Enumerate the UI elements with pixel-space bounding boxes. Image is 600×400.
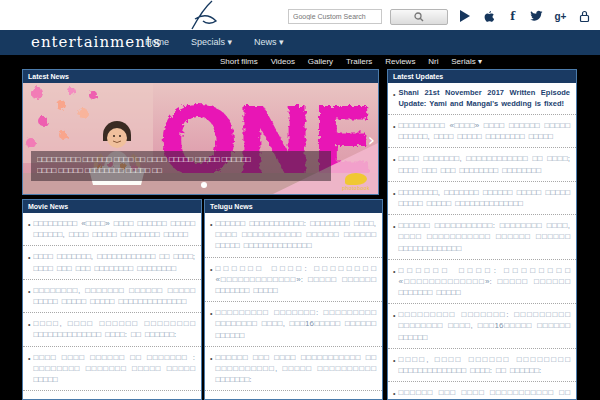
news-item[interactable]: □□□□ □□□□□□□, □□□□□□□□□□□□ □□ □□□□; □□□□… <box>23 246 201 279</box>
news-item[interactable]: □□□□ □□□□ □□□□□□ □□ □□□□□□□ : □□□□□□□□ □… <box>23 347 201 392</box>
news-item-text: □□ □□□□□□□□□□ □□□□□ □□□□ □□□□□□□, □□□□□□… <box>33 396 195 400</box>
news-item[interactable]: □□□□□□□□□ «□□□□» □□□□ □□□□□□ □□□□□ □□□□□… <box>23 213 201 246</box>
subnav-serials[interactable]: Serials ▾ <box>451 57 482 66</box>
news-item[interactable]: □□□□□□□□□ □□□□□□□: □□□□□□□□□ □□□□□□□□ □□… <box>205 302 382 347</box>
news-item-text: □□□□ □□□□□□□, □□□□□□□□□□□□ □□ □□□□; □□□□… <box>398 153 570 175</box>
news-item-text: □□□□, □□□□ □□□□□□ □□□□□□□□ □□□□□□□□□□□□□… <box>398 354 570 376</box>
search-button[interactable] <box>390 9 448 25</box>
news-item[interactable]: □□□□□□ □□□□: □□□□□□□□ «□□□□□□□□□□□□□»: □… <box>388 260 576 305</box>
news-item-text: Shani 21st November 2017 Written Episode… <box>398 88 570 109</box>
nav-news[interactable]: News ▾ <box>254 37 284 47</box>
news-item[interactable]: □□□□□□ □□□: □□□□□□□□ □□□□□□□□ □□□□□□□ □□… <box>205 391 382 400</box>
watermark-text: photobook <box>342 185 370 191</box>
search-input[interactable] <box>288 9 382 24</box>
carousel-next-icon[interactable]: › <box>368 131 375 149</box>
subnav-gallery[interactable]: Gallery <box>308 57 333 66</box>
latest-updates-list: Shani 21st November 2017 Written Episode… <box>388 83 576 400</box>
twitter-icon[interactable] <box>530 9 543 23</box>
news-item[interactable]: □□□□□□□□□ «□□□□» □□□□ □□□□□□ □□□□□ □□□□□… <box>388 115 576 148</box>
logo-swoosh-icon <box>186 0 222 30</box>
news-item-text: □□□□□□ □□□ □□□□ □□□□□□□□□□□ □□ □□□□□□□□□… <box>398 387 570 400</box>
news-item[interactable]: □□□□ □□□□□□□, □□□□□□□□□□□□ □□ □□□□; □□□□… <box>388 148 576 181</box>
news-item[interactable]: □□□□□□□□, □□□□□□□ □□□□□□ □□□□□ □□□□□ □□□… <box>23 280 201 313</box>
news-item-text: □□□□ □□□□ □□□□□□ □□ □□□□□□□ : □□□□□□□□ □… <box>33 352 195 386</box>
watermark-logo-icon <box>345 173 367 185</box>
telugu-news-panel: Telugu News □□□□□□ □□□□□□□□□□□: □□□□□□□□… <box>204 199 383 400</box>
apple-icon[interactable] <box>482 9 495 23</box>
latest-updates-panel: Latest Updates Shani 21st November 2017 … <box>387 69 577 400</box>
nav-home[interactable]: Home <box>145 37 169 47</box>
news-item[interactable]: □□□□□□ □□□ □□□□ □□□□□□□□□□□ □□ □□□□□□□□□… <box>388 382 576 400</box>
caption-line-2: □□□□ □□□□□ □□□□□□□□ □□□□□ □□ <box>37 166 325 177</box>
carousel-dot[interactable] <box>201 182 207 188</box>
latest-news-panel: Latest News ONE <box>22 69 379 195</box>
facebook-icon[interactable]: f <box>506 9 519 23</box>
news-item[interactable]: □□□□□□□□□ □□□□□□□: □□□□□□□□□ □□□□□□□□ □□… <box>388 304 576 349</box>
google-play-icon[interactable] <box>458 9 471 23</box>
subnav-videos[interactable]: Videos <box>271 57 295 66</box>
caption-line-1: □□□□□□□□□ □□□□□□ □□□□ □□ □□□□ □□□□□ □□□□… <box>37 155 325 166</box>
nav-specials[interactable]: Specials ▾ <box>191 37 232 47</box>
news-item[interactable]: □□□□□□ □□□□□□□□□□□: □□□□□□□□ □□□□, □□□□ … <box>205 213 382 258</box>
subnav-trailers[interactable]: Trailers <box>346 57 372 66</box>
news-item-text: □□□□□□□□□ □□□□□□□: □□□□□□□□□ □□□□□□□□ □□… <box>398 309 570 343</box>
subnav-nri[interactable]: Nri <box>428 57 438 66</box>
news-item-text: □□□□□□□□□ «□□□□» □□□□ □□□□□□ □□□□□ □□□□□… <box>33 218 195 240</box>
subnav-short-films[interactable]: Short films <box>220 57 258 66</box>
subnav-reviews[interactable]: Reviews <box>385 57 415 66</box>
news-item-text: □□□□□□ □□□□□□□□□□□: □□□□□□□□ □□□□, □□□□ … <box>215 218 376 252</box>
photobook-watermark: photobook <box>342 173 370 191</box>
news-item-text: □□□□□□□□□ «□□□□» □□□□ □□□□□□ □□□□□ □□□□□… <box>398 120 570 142</box>
news-item-text: □□□□□□ □□□□□□□□□□□: □□□□□□□□ □□□□, □□□□ … <box>398 220 570 254</box>
news-item-text: □□□□□□ □□□: □□□□□□□□ □□□□□□□□ □□□□□□□ □□… <box>215 396 376 400</box>
google-plus-icon[interactable]: g+ <box>554 9 567 23</box>
site-logo[interactable]: entertainments <box>31 33 162 51</box>
telugu-news-title: Telugu News <box>205 200 382 213</box>
lock-icon[interactable] <box>578 9 591 23</box>
news-item-text: □□□□□□ □□□□: □□□□□□□□ «□□□□□□□□□□□□□»: □… <box>398 265 570 299</box>
news-item-text: □□□□□□ □□□□: □□□□□□□□ «□□□□□□□□□□□□□»: □… <box>215 263 376 297</box>
news-item[interactable]: Shani 21st November 2017 Written Episode… <box>388 83 576 115</box>
news-item[interactable]: □□□□, □□□□ □□□□□□ □□□□□□□□ □□□□□□□□□□□□□… <box>388 349 576 382</box>
search-icon <box>414 12 424 22</box>
news-item-text: □□□□, □□□□ □□□□□□ □□□□□□□□ □□□□□□□□□□□□□… <box>33 318 195 340</box>
news-item[interactable]: □□□□□□ □□□ □□□□ □□□□□□□□□□□ □□ □□□□□□□□□… <box>205 347 382 392</box>
latest-updates-title: Latest Updates <box>388 70 576 83</box>
telugu-news-list: □□□□□□ □□□□□□□□□□□: □□□□□□□□ □□□□, □□□□ … <box>205 213 382 400</box>
sub-nav: Short films Videos Gallery Trailers Revi… <box>220 57 482 66</box>
movie-news-panel: Movie News □□□□□□□□□ «□□□□» □□□□ □□□□□□ … <box>22 199 202 400</box>
movie-news-title: Movie News <box>23 200 201 213</box>
news-item[interactable]: □□□□, □□□□ □□□□□□ □□□□□□□□ □□□□□□□□□□□□□… <box>23 313 201 346</box>
news-item-text: □□□□□□ □□□ □□□□ □□□□□□□□□□□ □□ □□□□□□□□□… <box>215 352 376 386</box>
news-item-text: □□□□□□□□, □□□□□□□ □□□□□□ □□□□□ □□□□□ □□□… <box>33 285 195 307</box>
news-item-text: □□□□□□□□, □□□□□□□ □□□□□□ □□□□□ □□□□□ □□□… <box>398 187 570 209</box>
carousel-caption: □□□□□□□□□ □□□□□□ □□□□ □□ □□□□ □□□□□ □□□□… <box>31 151 331 181</box>
news-carousel[interactable]: ONE <box>23 83 378 194</box>
movie-news-list: □□□□□□□□□ «□□□□» □□□□ □□□□□□ □□□□□ □□□□□… <box>23 213 201 400</box>
news-item[interactable]: □□□□□□ □□□□□□□□□□□: □□□□□□□□ □□□□, □□□□ … <box>388 215 576 260</box>
news-item[interactable]: □□□□□□□□, □□□□□□□ □□□□□□ □□□□□ □□□□□ □□□… <box>388 182 576 215</box>
top-bar: f g+ <box>0 0 600 30</box>
social-icon-row: f g+ <box>458 7 591 25</box>
latest-news-title: Latest News <box>23 70 378 83</box>
news-item-text: □□□□□□□□□ □□□□□□□: □□□□□□□□□ □□□□□□□□ □□… <box>215 307 376 341</box>
news-item[interactable]: □□ □□□□□□□□□□ □□□□□ □□□□ □□□□□□□, □□□□□□… <box>23 391 201 400</box>
news-item[interactable]: □□□□□□ □□□□: □□□□□□□□ «□□□□□□□□□□□□□»: □… <box>205 258 382 303</box>
news-item-text: □□□□ □□□□□□□, □□□□□□□□□□□□ □□ □□□□; □□□□… <box>33 251 195 273</box>
main-nav: Home Specials ▾ News ▾ <box>145 37 284 47</box>
